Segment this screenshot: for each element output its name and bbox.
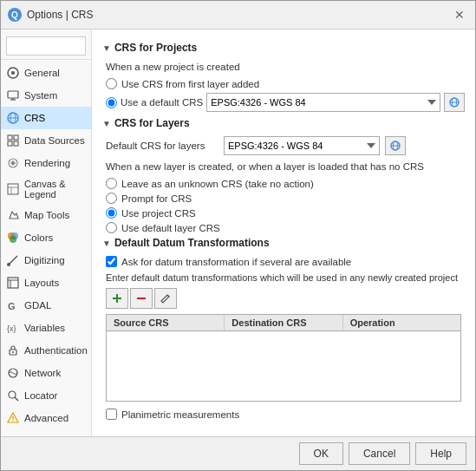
sidebar-label-general: General [24, 68, 60, 78]
digitizing-icon [6, 253, 20, 267]
footer: OK Cancel Help [1, 436, 475, 470]
crs-projects-header: ▼ CRS for Projects [102, 42, 465, 54]
maptools-icon [6, 208, 20, 222]
sidebar-item-network[interactable]: Network [1, 362, 91, 384]
titlebar-left: Q Options | CRS [8, 8, 93, 22]
datum-title: Default Datum Transformations [114, 237, 270, 249]
datum-toolbar [102, 288, 465, 309]
variables-icon: {x} [6, 321, 20, 335]
svg-text:G: G [8, 301, 16, 311]
main-content: General System CRS [1, 29, 475, 436]
sidebar-item-acceleration[interactable]: Acceleration [1, 429, 91, 436]
edit-datum-button[interactable] [154, 288, 177, 309]
layer-option3-row: Use project CRS [102, 207, 465, 219]
content-area: ▼ CRS for Projects When a new project is… [92, 29, 475, 436]
default-crs-layers-label: Default CRS for layers [106, 141, 218, 151]
layer-default-radio[interactable] [106, 222, 117, 233]
layer-prompt-radio[interactable] [106, 193, 117, 204]
crs-project-select-btn[interactable] [444, 93, 465, 112]
add-datum-button[interactable] [106, 288, 128, 309]
sidebar-label-canvas: Canvas &Legend [24, 179, 66, 200]
layer-unknown-label[interactable]: Leave as an unknown CRS (take no action) [121, 179, 314, 189]
layouts-icon [6, 276, 20, 290]
datum-section-header: ▼ Default Datum Transformations [102, 237, 465, 249]
layer-project-radio[interactable] [106, 207, 117, 219]
ok-button[interactable]: OK [299, 442, 343, 465]
sidebar-item-general[interactable]: General [1, 62, 91, 84]
layer-option2-row: Prompt for CRS [102, 193, 465, 204]
section-arrow-datum: ▼ [102, 239, 111, 248]
sidebar-label-variables: Variables [24, 323, 65, 333]
ask-datum-label[interactable]: Ask for datum transformation if several … [121, 257, 351, 267]
sidebar-label-system: System [24, 90, 57, 101]
sidebar-label-locator: Locator [24, 390, 57, 401]
crs-layers-dropdown[interactable]: EPSG:4326 - WGS 84 [224, 136, 380, 155]
network-icon [6, 366, 20, 380]
ask-datum-checkbox[interactable] [106, 256, 117, 267]
crs-default-radio-label[interactable]: Use a default CRS [121, 97, 203, 108]
ask-datum-row: Ask for datum transformation if several … [102, 256, 465, 267]
svg-line-48 [167, 295, 169, 297]
layer-default-label[interactable]: Use default layer CRS [121, 223, 220, 233]
when-layer-text: When a new layer is created, or when a l… [106, 161, 424, 172]
options-window: Q Options | CRS ✕ General [0, 0, 476, 471]
when-layer-row: When a new layer is created, or when a l… [102, 160, 465, 173]
sidebar-label-digitizing: Digitizing [24, 255, 65, 265]
search-input[interactable] [6, 36, 86, 56]
table-header: Source CRS Destination CRS Operation [107, 315, 460, 331]
sidebar: General System CRS [1, 29, 92, 436]
sidebar-item-colors[interactable]: Colors [1, 226, 91, 249]
section-arrow-projects: ▼ [102, 43, 111, 53]
help-button[interactable]: Help [415, 442, 466, 465]
sidebar-item-authentication[interactable]: Authentication [1, 339, 91, 362]
sidebar-item-variables[interactable]: {x} Variables [1, 317, 91, 339]
layer-option1-row: Leave as an unknown CRS (take no action) [102, 178, 465, 189]
layer-project-label[interactable]: Use project CRS [121, 208, 196, 219]
colors-icon [6, 231, 20, 245]
crs-first-layer-label[interactable]: Use CRS from first layer added [121, 79, 259, 89]
crs-project-dropdown[interactable]: EPSG:4326 - WGS 84 [206, 93, 440, 112]
sidebar-label-datasources: Data Sources [24, 135, 85, 146]
authentication-icon [6, 343, 20, 357]
advanced-icon [6, 411, 20, 425]
sidebar-item-datasources[interactable]: Data Sources [1, 129, 91, 152]
gdal-icon: G [6, 298, 20, 312]
sidebar-label-network: Network [24, 368, 61, 378]
crs-default-radio[interactable] [106, 97, 117, 108]
layer-unknown-radio[interactable] [106, 178, 117, 189]
sidebar-item-digitizing[interactable]: Digitizing [1, 249, 91, 271]
sidebar-item-maptools[interactable]: Map Tools [1, 204, 91, 226]
close-button[interactable]: ✕ [451, 6, 468, 23]
sidebar-item-locator[interactable]: Locator [1, 384, 91, 407]
sidebar-item-rendering[interactable]: Rendering [1, 152, 91, 174]
sidebar-label-advanced: Advanced [24, 413, 68, 423]
crs-first-layer-radio[interactable] [106, 78, 117, 89]
remove-datum-button[interactable] [130, 288, 153, 309]
planimetric-label[interactable]: Planimetric measurements [121, 409, 239, 420]
svg-rect-21 [8, 278, 18, 288]
cancel-button[interactable]: Cancel [349, 442, 410, 465]
sidebar-item-advanced[interactable]: Advanced [1, 407, 91, 429]
sidebar-item-layouts[interactable]: Layouts [1, 271, 91, 294]
sidebar-item-gdal[interactable]: G GDAL [1, 294, 91, 317]
crs-layers-select-btn[interactable] [385, 136, 406, 155]
canvas-icon [6, 182, 20, 196]
svg-rect-2 [8, 91, 18, 98]
svg-rect-11 [14, 141, 18, 146]
col-source-crs: Source CRS [107, 315, 225, 330]
sidebar-item-canvas[interactable]: Canvas &Legend [1, 174, 91, 204]
svg-rect-8 [8, 135, 12, 140]
col-dest-crs: Destination CRS [225, 315, 342, 330]
planimetric-checkbox[interactable] [106, 409, 117, 420]
sidebar-item-crs[interactable]: CRS [1, 107, 91, 129]
svg-rect-10 [8, 141, 12, 146]
sidebar-item-system[interactable]: System [1, 84, 91, 107]
section-arrow-layers: ▼ [102, 119, 111, 128]
layer-prompt-label[interactable]: Prompt for CRS [121, 193, 192, 204]
general-icon [6, 66, 20, 80]
crs-layers-title: CRS for Layers [114, 117, 190, 129]
sidebar-label-maptools: Map Tools [24, 210, 69, 220]
svg-point-29 [9, 391, 16, 398]
default-crs-layers-row: Default CRS for layers EPSG:4326 - WGS 8… [102, 136, 465, 155]
svg-text:{x}: {x} [7, 324, 16, 333]
